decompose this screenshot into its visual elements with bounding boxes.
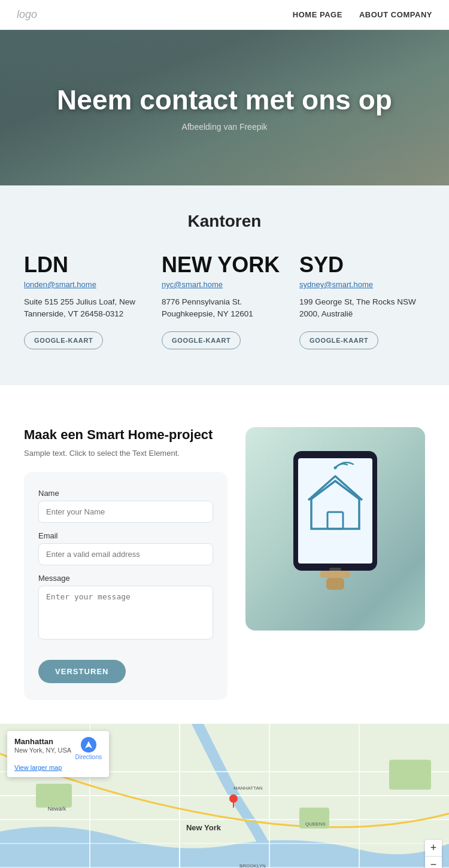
nav-about-company[interactable]: ABOUT COMPANY (359, 10, 432, 19)
svg-text:New York: New York (186, 823, 222, 832)
office-address-ldn: Suite 515 255 Julius Loaf, New Tannersid… (24, 296, 150, 321)
name-input[interactable] (38, 501, 213, 523)
form-group-email: Email (38, 531, 213, 565)
contact-subtext: Sample text. Click to select the Text El… (24, 449, 227, 458)
hero-title: Neem contact met ons op (57, 84, 392, 116)
message-label: Message (38, 574, 213, 583)
message-textarea[interactable] (38, 586, 213, 639)
svg-rect-18 (36, 784, 72, 808)
offices-section: Kantoren LDN londen@smart.home Suite 515… (0, 185, 449, 385)
hero-content: Neem contact met ons op Afbeelding van F… (57, 84, 392, 132)
office-syd: SYD sydney@smart.home 199 George St, The… (299, 252, 425, 349)
svg-rect-20 (389, 760, 431, 790)
logo: logo (17, 8, 37, 21)
office-email-ny[interactable]: nyc@smart.home (162, 280, 287, 289)
svg-text:QUEENS: QUEENS (305, 821, 326, 827)
map-popup-sub: New York, NY, USA (14, 747, 71, 754)
svg-rect-1 (298, 458, 372, 564)
google-map-btn-syd[interactable]: GOOGLE-KAART (299, 331, 378, 349)
zoom-out-button[interactable]: − (425, 857, 442, 869)
svg-text:Newark: Newark (48, 806, 66, 812)
hero-credit: Afbeelding van Freepik (57, 122, 392, 132)
zoom-in-button[interactable]: + (425, 840, 442, 857)
office-city-syd: SYD (299, 252, 425, 278)
form-group-message: Message (38, 574, 213, 642)
svg-rect-5 (329, 568, 341, 571)
name-label: Name (38, 489, 213, 498)
svg-text:MANHATTAN: MANHATTAN (233, 785, 263, 791)
google-map-btn-ny[interactable]: GOOGLE-KAART (162, 331, 241, 349)
hero-section: Neem contact met ons op Afbeelding van F… (0, 30, 449, 185)
office-ldn: LDN londen@smart.home Suite 515 255 Juli… (24, 252, 150, 349)
office-email-ldn[interactable]: londen@smart.home (24, 280, 150, 289)
contact-section: Maak een Smart Home-project Sample text.… (0, 415, 449, 724)
email-input[interactable] (38, 543, 213, 565)
google-map-btn-ldn[interactable]: GOOGLE-KAART (24, 331, 103, 349)
map-popup-title: Manhattan (14, 737, 71, 746)
contact-right (245, 427, 425, 631)
office-address-syd: 199 George St, The Rocks NSW 2000, Austr… (299, 296, 425, 321)
office-email-syd[interactable]: sydney@smart.home (299, 280, 425, 289)
svg-point-26 (229, 794, 238, 803)
svg-text:BROOKLYN: BROOKLYN (239, 863, 266, 869)
contact-image (245, 427, 425, 631)
email-label: Email (38, 531, 213, 540)
contact-left: Maak een Smart Home-project Sample text.… (24, 427, 227, 700)
offices-title: Kantoren (24, 212, 425, 231)
map-section: New York Newark MANHATTAN QUEENS BROOKLY… (0, 724, 449, 869)
offices-grid: LDN londen@smart.home Suite 515 255 Juli… (24, 252, 425, 349)
map-popup: Manhattan New York, NY, USA Directions V… (7, 731, 109, 777)
svg-point-4 (334, 466, 337, 469)
navigation: logo HOME PAGE ABOUT COMPANY (0, 0, 449, 30)
form-group-name: Name (38, 489, 213, 523)
map-zoom-controls: + − (425, 840, 442, 869)
directions-label: Directions (75, 754, 102, 760)
office-newyork: NEW YORK nyc@smart.home 8776 Pennsylvani… (162, 252, 287, 349)
directions-icon (81, 737, 96, 753)
map-popup-header: Manhattan New York, NY, USA Directions (14, 737, 102, 760)
office-city-ldn: LDN (24, 252, 150, 278)
office-address-ny: 8776 Pennsylvania St. Poughkeepsie, NY 1… (162, 296, 287, 321)
contact-heading: Maak een Smart Home-project (24, 427, 227, 443)
view-larger-map-link[interactable]: View larger map (14, 764, 102, 771)
svg-rect-6 (320, 571, 350, 578)
arrow-icon (84, 741, 93, 749)
spacer (0, 385, 449, 415)
map-directions-box[interactable]: Directions (75, 737, 102, 760)
nav-home-page[interactable]: HOME PAGE (293, 10, 342, 19)
smart-home-illustration (275, 445, 395, 613)
contact-form-box: Name Email Message VERSTUREN (24, 472, 227, 700)
svg-rect-7 (326, 578, 344, 590)
nav-links: HOME PAGE ABOUT COMPANY (293, 10, 432, 19)
svg-marker-28 (85, 741, 92, 748)
office-city-ny: NEW YORK (162, 252, 287, 278)
submit-button[interactable]: VERSTUREN (38, 660, 126, 683)
